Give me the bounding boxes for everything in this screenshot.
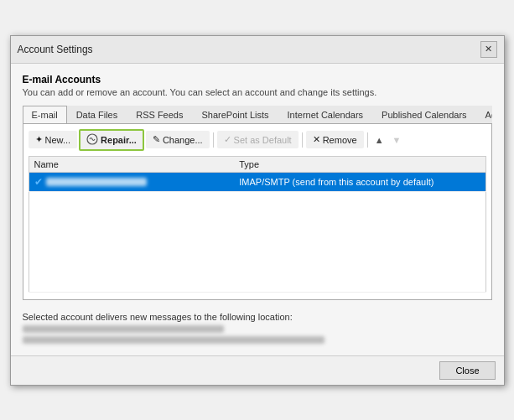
col-header-type: Type: [234, 156, 485, 172]
change-icon: ✎: [153, 134, 160, 145]
account-table: Name Type ✔ IMAP/SMTP (send from this ac…: [29, 156, 486, 293]
remove-icon: ✕: [313, 134, 320, 145]
toolbar-separator: [213, 132, 214, 148]
title-bar: Account Settings ✕: [11, 36, 504, 64]
toolbar-separator-3: [367, 132, 368, 148]
close-dialog-button[interactable]: Close: [439, 361, 495, 380]
toolbar-separator-2: [302, 132, 303, 148]
tabs-container: E-mail Data Files RSS Feeds SharePoint L…: [23, 106, 492, 124]
change-button[interactable]: ✎ Change...: [146, 131, 210, 148]
section-title: E-mail Accounts: [23, 74, 492, 86]
tab-panel-email: ✦ New... Repair... ✎ Change...: [23, 124, 492, 300]
account-name-blurred: [46, 178, 147, 186]
window-close-button[interactable]: ✕: [480, 41, 497, 58]
window-title: Account Settings: [18, 44, 93, 55]
deliver-location-line1: [23, 325, 224, 333]
new-button[interactable]: ✦ New...: [29, 131, 78, 148]
tab-sharepointlists[interactable]: SharePoint Lists: [192, 106, 278, 123]
col-header-name: Name: [29, 156, 234, 172]
repair-button[interactable]: Repair...: [79, 129, 144, 151]
empty-table-rows: [29, 191, 485, 292]
account-type-cell: IMAP/SMTP (send from this account by def…: [234, 172, 485, 191]
new-icon: ✦: [35, 134, 43, 145]
tab-datafiles[interactable]: Data Files: [67, 106, 127, 123]
check-circle-icon: ✓: [224, 134, 231, 145]
toolbar: ✦ New... Repair... ✎ Change...: [29, 129, 486, 151]
tab-publishedcalendars[interactable]: Published Calendars: [372, 106, 476, 123]
account-settings-window: Account Settings ✕ E-mail Accounts You c…: [10, 35, 505, 386]
account-name-cell: ✔: [29, 172, 234, 191]
tab-internetcalendars[interactable]: Internet Calendars: [278, 106, 373, 123]
move-up-button[interactable]: ▲: [371, 133, 387, 147]
deliver-section: Selected account delivers new messages t…: [23, 309, 492, 347]
tab-email[interactable]: E-mail: [23, 106, 67, 124]
tab-addressbooks[interactable]: Address Books: [476, 106, 492, 123]
repair-icon: [86, 133, 98, 147]
deliver-location-line2: [23, 336, 324, 344]
setdefault-button[interactable]: ✓ Set as Default: [217, 131, 299, 148]
tab-rssfeeds[interactable]: RSS Feeds: [127, 106, 192, 123]
remove-button[interactable]: ✕ Remove: [306, 131, 364, 148]
move-down-button[interactable]: ▼: [389, 133, 405, 147]
default-account-icon: ✔: [34, 176, 43, 188]
table-row[interactable]: ✔ IMAP/SMTP (send from this account by d…: [29, 172, 485, 191]
dialog-footer: Close: [11, 355, 504, 385]
section-desc: You can add or remove an account. You ca…: [23, 87, 492, 97]
deliver-label: Selected account delivers new messages t…: [23, 312, 293, 322]
content-area: E-mail Accounts You can add or remove an…: [11, 64, 504, 355]
